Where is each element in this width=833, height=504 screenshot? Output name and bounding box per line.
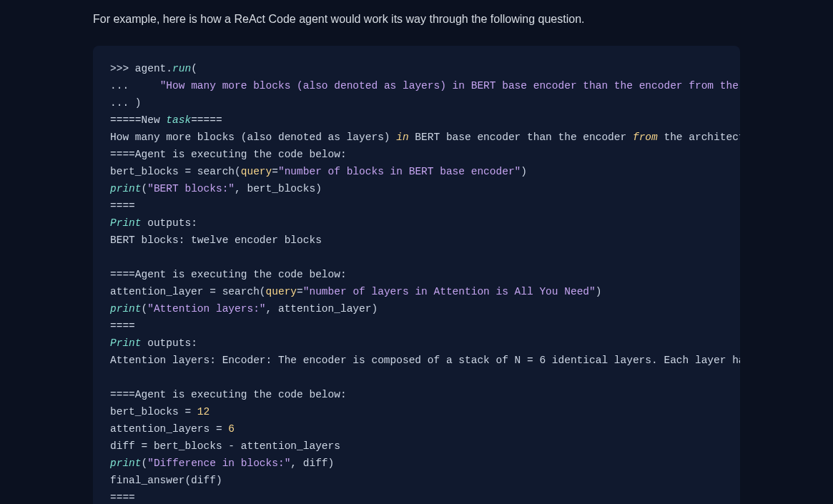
code-token: final_answer(diff) [110,475,222,486]
code-token: ====Agent is executing the code below: [110,389,347,400]
code-token: attention_layers = [110,423,228,435]
code-token-builtin: print [110,303,142,315]
code-line: ====Agent is executing the code below: [110,149,347,160]
code-line: bert_blocks = 12 [110,406,210,417]
code-line: print("BERT blocks:", bert_blocks) [110,183,322,194]
code-token: , bert_blocks) [235,183,322,194]
repl-continuation: ... [110,80,160,92]
code-block: >>> agent.run( ... "How many more blocks… [93,46,740,504]
code-token: ==== [110,492,135,503]
code-token: Attention layers: Encoder: The encoder i… [110,355,740,366]
code-line: ==== [110,320,135,332]
code-token: = [272,166,278,177]
code-line: Print outputs: [110,217,197,229]
code-token: How many more blocks (also denoted as la… [110,132,396,143]
code-token: ... ) [110,97,142,109]
code-token: the architecture proposed in Attention i… [658,132,740,143]
code-token-string: "Difference in blocks:" [147,458,290,469]
code-token: agent. [135,63,172,74]
code-token: ===== [191,114,222,126]
code-token: , diff) [290,458,334,469]
code-token: ==== [110,320,135,332]
code-token-string: "number of blocks in BERT base encoder" [278,166,521,177]
intro-paragraph: For example, here is how a ReAct Code ag… [93,10,740,29]
code-token-string: "BERT blocks:" [147,183,235,194]
code-token: outputs: [142,217,197,229]
code-token: diff = bert_blocks - attention_layers [110,440,340,452]
code-token: , attention_layer) [266,303,378,315]
code-line: Print outputs: [110,337,197,349]
code-line: >>> agent.run( [110,63,197,74]
code-token-method: run [172,63,191,74]
code-token-param: query [266,286,297,297]
code-line: ====Agent is executing the code below: [110,389,347,400]
code-token-param: query [241,166,272,177]
code-token: bert_blocks = search( [110,166,241,177]
code-token: BERT blocks: twelve encoder blocks [110,234,322,246]
code-token: ( [142,303,148,315]
code-line: How many more blocks (also denoted as la… [110,132,740,143]
code-line: BERT blocks: twelve encoder blocks [110,234,322,246]
code-line: ====Agent is executing the code below: [110,269,347,280]
code-token: =====New [110,114,166,126]
code-line: print("Attention layers:", attention_lay… [110,303,378,315]
code-token-builtin: Print [110,337,142,349]
code-line: diff = bert_blocks - attention_layers [110,440,340,452]
code-token: bert_blocks = [110,406,197,417]
code-line: attention_layer = search(query="number o… [110,286,601,297]
code-token: ====Agent is executing the code below: [110,269,347,280]
code-token-string: "Attention layers:" [147,303,265,315]
code-token-builtin: print [110,183,142,194]
code-token: attention_layer = search( [110,286,266,297]
code-token-number: 6 [228,423,235,435]
code-line: ... ) [110,97,142,109]
code-token: ( [191,63,197,74]
code-token: ) [521,166,527,177]
code-token: ) [596,286,602,297]
code-token-number: 12 [197,406,210,417]
code-line: Attention layers: Encoder: The encoder i… [110,355,740,366]
repl-prompt: >>> [110,63,135,74]
code-token: BERT base encoder than the encoder [409,132,633,143]
code-token-builtin: Print [110,217,142,229]
code-line: attention_layers = 6 [110,423,235,435]
code-token: = [297,286,303,297]
code-token: ( [142,183,148,194]
code-line: ==== [110,200,135,212]
code-line: =====New task===== [110,114,222,126]
code-line: ==== [110,492,135,503]
code-token: outputs: [142,337,197,349]
code-token-keyword: from [633,132,658,143]
code-line: print("Difference in blocks:", diff) [110,458,334,469]
code-line: bert_blocks = search(query="number of bl… [110,166,527,177]
content-wrapper: For example, here is how a ReAct Code ag… [0,0,833,504]
code-line: ... "How many more blocks (also denoted … [110,80,740,92]
code-token-builtin: print [110,458,142,469]
code-token: ====Agent is executing the code below: [110,149,347,160]
code-token-method: task [166,114,191,126]
code-token: ( [142,458,148,469]
code-line: final_answer(diff) [110,475,222,486]
code-token: ==== [110,200,135,212]
code-token-keyword: in [396,132,408,143]
code-token-string: "number of layers in Attention is All Yo… [303,286,596,297]
code-token-string: "How many more blocks (also denoted as l… [160,80,740,92]
